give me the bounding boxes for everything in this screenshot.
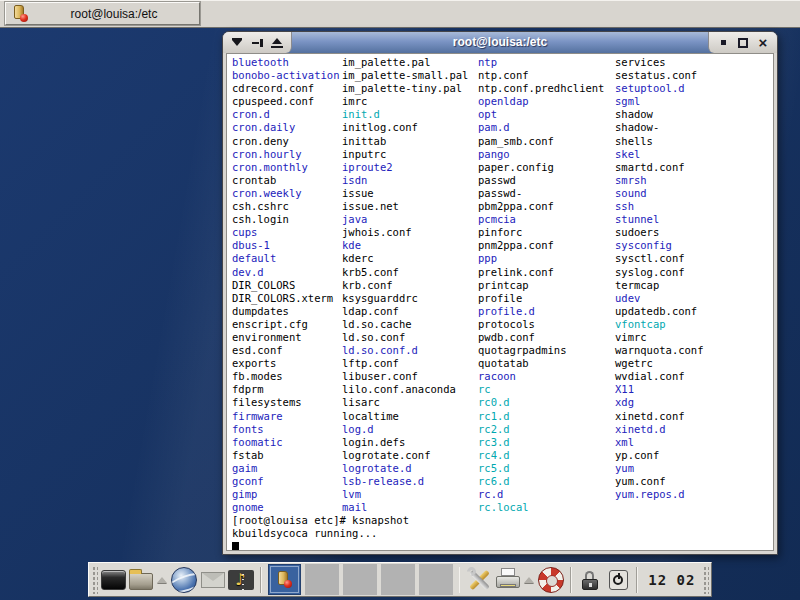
file-entry: smrsh [615, 174, 773, 187]
file-entry: yum.conf [615, 475, 773, 488]
file-entry: environment [232, 331, 342, 344]
file-entry: pnm2ppa.conf [478, 239, 615, 252]
top-taskbar-panel: root@louisa:/etc [0, 0, 800, 28]
empty-task-slot[interactable] [381, 564, 415, 595]
file-entry: yp.conf [615, 449, 773, 462]
file-entry: crontab [232, 174, 342, 187]
file-entry: kderc [342, 252, 478, 265]
file-entry: logrotate.conf [342, 449, 478, 462]
window-menu-icon[interactable] [230, 36, 244, 50]
file-entry: ld.so.cache [342, 318, 478, 331]
file-entry: sound [615, 187, 773, 200]
taskbar-window-button[interactable]: root@louisa:/etc [5, 2, 200, 25]
file-entry: lilo.conf.anaconda [342, 383, 478, 396]
file-entry: foomatic [232, 436, 342, 449]
file-entry: krb5.conf [342, 266, 478, 279]
shade-icon[interactable] [270, 36, 284, 50]
panel-grip[interactable] [91, 565, 98, 594]
window-titlebar[interactable]: root@louisa:/etc × [223, 32, 777, 53]
minimize-icon[interactable] [716, 36, 730, 50]
file-entry: firmware [232, 410, 342, 423]
file-entry: X11 [615, 383, 773, 396]
file-entry: prelink.conf [478, 266, 615, 279]
file-manager-icon[interactable] [129, 565, 154, 595]
taskbar-window-label: root@louisa:/etc [29, 7, 199, 21]
file-entry: rc0.d [478, 396, 615, 409]
file-entry: isdn [342, 174, 478, 187]
file-entry: ld.so.conf [342, 331, 478, 344]
multimedia-icon[interactable]: ♪ [228, 565, 254, 595]
panel-grip[interactable] [702, 565, 709, 594]
file-entry: syslog.conf [615, 266, 773, 279]
file-entry: fstab [232, 449, 342, 462]
file-entry: fdprm [232, 383, 342, 396]
panel-separator [459, 567, 461, 593]
file-entry: localtime [342, 410, 478, 423]
maximize-icon[interactable] [736, 36, 750, 50]
file-entry: bonobo-activation [232, 69, 342, 82]
file-entry: dev.d [232, 266, 342, 279]
file-entry: sgml [615, 95, 773, 108]
file-entry: rc.local [478, 501, 615, 514]
file-entry: passwd- [478, 187, 615, 200]
file-entry: sysctl.conf [615, 252, 773, 265]
terminal-launcher-icon[interactable] [101, 565, 126, 595]
printer-icon[interactable] [495, 565, 520, 595]
file-entry: smartd.conf [615, 161, 773, 174]
file-entry: cron.daily [232, 121, 342, 134]
file-entry: shells [615, 135, 773, 148]
file-entry: opt [478, 108, 615, 121]
logout-icon[interactable] [606, 565, 631, 595]
bottom-panel: ♪ 12 02 [88, 562, 712, 597]
file-entry: logrotate.d [342, 462, 478, 475]
file-entry: setuptool.d [615, 82, 773, 95]
digital-clock[interactable]: 12 02 [644, 572, 699, 588]
file-entry: issue.net [342, 200, 478, 213]
file-entry: DIR_COLORS.xterm [232, 292, 342, 305]
lock-screen-icon[interactable] [578, 565, 603, 595]
empty-task-slot[interactable] [343, 564, 377, 595]
file-entry: rc2.d [478, 423, 615, 436]
file-entry: openldap [478, 95, 615, 108]
file-entry: shadow- [615, 121, 773, 134]
file-entry: cron.hourly [232, 148, 342, 161]
help-icon[interactable] [538, 565, 564, 595]
terminal-output[interactable]: bluetoothbonobo-activationcdrecord.confc… [226, 53, 774, 551]
pin-icon[interactable] [250, 36, 264, 50]
file-entry: wvdial.conf [615, 370, 773, 383]
panel-separator [260, 567, 262, 593]
desktop: root@louisa:/etc root@louisa:/etc × blue… [0, 0, 800, 600]
file-entry: protocols [478, 318, 615, 331]
file-entry: gaim [232, 462, 342, 475]
konsole-icon [12, 5, 29, 22]
file-entry: im_palette.pal [342, 56, 478, 69]
file-entry: pinforc [478, 226, 615, 239]
panel-arrow-icon[interactable] [524, 577, 534, 583]
file-entry: updatedb.conf [615, 305, 773, 318]
konsole-task-active[interactable] [268, 564, 301, 595]
empty-task-slot[interactable] [419, 564, 453, 595]
file-entry: quotagrpadmins [478, 344, 615, 357]
file-entry: rc [478, 383, 615, 396]
file-entry: login.defs [342, 436, 478, 449]
panel-arrow-icon[interactable] [157, 577, 167, 583]
file-entry: passwd [478, 174, 615, 187]
file-entry: sestatus.conf [615, 69, 773, 82]
file-entry: wgetrc [615, 357, 773, 370]
file-entry: pam.d [478, 121, 615, 134]
close-icon[interactable]: × [756, 36, 770, 50]
file-entry: exports [232, 357, 342, 370]
konsole-icon [276, 571, 293, 588]
file-entry: bluetooth [232, 56, 342, 69]
file-entry: profile.d [478, 305, 615, 318]
email-icon[interactable] [200, 565, 225, 595]
file-entry: rc1.d [478, 410, 615, 423]
web-browser-icon[interactable] [171, 565, 197, 595]
system-tools-icon[interactable] [466, 565, 492, 595]
file-entry: cron.deny [232, 135, 342, 148]
file-entry: xdg [615, 396, 773, 409]
empty-task-slot[interactable] [305, 564, 339, 595]
file-entry: gconf [232, 475, 342, 488]
file-entry: log.d [342, 423, 478, 436]
file-entry: im_palette-tiny.pal [342, 82, 478, 95]
